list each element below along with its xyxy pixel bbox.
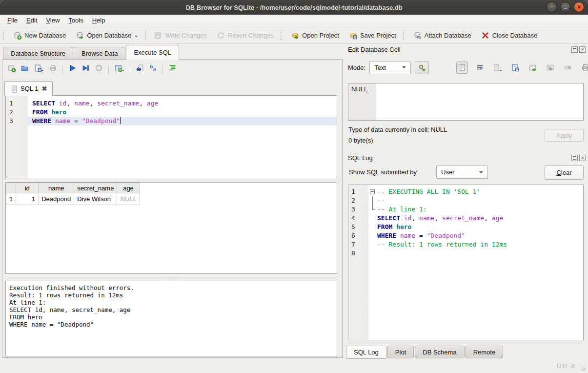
open-in-external-button[interactable] [527, 62, 538, 74]
replace-text-button[interactable]: ba [149, 64, 157, 76]
sql-log-dock-header: SQL Log ✕ [348, 154, 586, 162]
close-dock-icon[interactable]: ✕ [579, 155, 586, 161]
auto-switch-mode-button[interactable] [415, 61, 429, 74]
export-results-button[interactable] [114, 64, 124, 76]
menu-item-file[interactable]: File [3, 15, 22, 25]
printer-icon [581, 63, 588, 72]
log-line: 4SELECT id, name, secret_name, age [348, 214, 583, 223]
toolbar-separator [145, 30, 146, 41]
save-project-button[interactable]: Save Project [344, 29, 401, 41]
tab-browse-data[interactable]: Browse Data [74, 47, 125, 60]
table-cell[interactable]: NULL [117, 193, 140, 205]
toolbar-separator [108, 65, 109, 75]
tab-database-structure[interactable]: Database Structure [3, 47, 73, 60]
attach-database-button[interactable]: Attach Database [408, 29, 476, 41]
column-header-age[interactable]: age [117, 183, 140, 193]
maximize-button[interactable]: □ [560, 2, 570, 12]
text-cursor [120, 117, 121, 124]
new-sql-tab-button[interactable] [7, 64, 16, 76]
print-cell-button[interactable] [579, 62, 588, 74]
splitter-handle[interactable]: ······ [2, 275, 342, 280]
edit-cell-title: Edit Database Cell [348, 46, 401, 53]
execute-all-button[interactable] [68, 64, 77, 76]
sql-tab-close-icon[interactable]: ✖ [41, 85, 47, 92]
stop-execution-button[interactable] [95, 64, 103, 76]
open-sql-file-button[interactable] [20, 64, 29, 76]
sql-editor[interactable]: 1SELECT id, name, secret_name, age2FROM … [5, 95, 337, 179]
menu-item-tools[interactable]: Tools [64, 15, 87, 25]
menu-item-edit[interactable]: Edit [22, 15, 41, 25]
database-link-icon [413, 31, 422, 40]
find-pages-icon [136, 64, 144, 72]
menu-item-view[interactable]: View [41, 15, 64, 25]
sql-file-icon [10, 85, 17, 92]
close-button[interactable]: ✕ [574, 2, 584, 12]
toolbar-label: Attach Database [425, 32, 471, 39]
fold-margin [368, 196, 376, 205]
open-database-button[interactable]: Open Database [71, 29, 142, 41]
row-number[interactable]: 1 [6, 193, 16, 205]
cell-type-info: Type of data currently in cell: NULL [348, 126, 447, 133]
minimize-button[interactable]: − [547, 2, 557, 12]
close-x-icon [481, 31, 489, 40]
dock-tab-remote[interactable]: Remote [466, 346, 504, 358]
save-sql-file-button[interactable] [34, 64, 44, 76]
table-cell[interactable]: Dive Wilson [74, 193, 117, 205]
dock-tab-sql-log[interactable]: SQL Log [346, 346, 386, 359]
dock-tab-plot[interactable]: Plot [387, 346, 414, 358]
mode-select[interactable]: Text [369, 61, 411, 74]
sql-tab[interactable]: SQL 1 ✖ [4, 81, 53, 96]
main-toolbar: New DatabaseOpen DatabaseWrite ChangesRe… [0, 27, 588, 44]
tab-execute-sql[interactable]: Execute SQL [126, 45, 179, 60]
clear-log-button[interactable]: Clear [545, 166, 584, 180]
line-number: 1 [6, 99, 20, 108]
chevron-down-icon [135, 36, 138, 39]
cell-value-editor[interactable]: NULL [348, 83, 584, 121]
status-bar: UTF-8 [0, 359, 588, 373]
find-button[interactable] [136, 64, 144, 76]
new-database-button[interactable]: New Database [8, 29, 71, 41]
dock-tab-db-schema[interactable]: DB Schema [415, 346, 464, 358]
line-number: 8 [348, 249, 362, 258]
title-bar[interactable]: DB Browser for SQLite - /home/user/code/… [0, 0, 588, 15]
column-header-secret_name[interactable]: secret_name [74, 183, 117, 193]
close-dock-icon[interactable]: ✕ [579, 46, 586, 53]
set-null-button[interactable] [562, 62, 573, 74]
revert-changes-button[interactable]: Revert Changes [212, 29, 279, 41]
app-window: DB Browser for SQLite - /home/user/code/… [0, 0, 588, 373]
editor-line: 2FROM hero [6, 108, 337, 117]
log-filter-select[interactable]: User [436, 166, 488, 179]
window-title: DB Browser for SQLite - /home/user/code/… [185, 4, 402, 11]
fold-collapse-icon[interactable] [368, 187, 376, 196]
printer-icon [49, 64, 57, 72]
column-header-name[interactable]: name [39, 183, 74, 193]
import-data-button[interactable] [491, 62, 503, 74]
word-wrap-button[interactable] [474, 62, 486, 74]
link-cell-button[interactable] [544, 62, 556, 74]
window-garrow-icon [528, 63, 537, 72]
format-sql-button[interactable] [168, 64, 177, 76]
corner-header[interactable] [6, 183, 16, 193]
open-project-button[interactable]: Open Project [286, 29, 344, 41]
execute-current-line-button[interactable] [81, 64, 90, 76]
line-number: 3 [6, 117, 20, 125]
write-changes-button[interactable]: Write Changes [149, 29, 212, 41]
float-dock-icon[interactable] [571, 46, 578, 53]
apply-button[interactable]: Apply [545, 129, 584, 142]
toolbar-label: Open Database [87, 32, 131, 39]
cell-mode-row: Mode: Text [348, 61, 429, 74]
sql-log-view[interactable]: 1-- EXECUTING ALL IN 'SQL 1'2--3-- At li… [348, 185, 584, 340]
toolbar-grip [3, 30, 5, 40]
resize-grip[interactable] [581, 366, 586, 371]
export-data-button[interactable] [509, 62, 521, 74]
column-header-id[interactable]: id [16, 183, 39, 193]
close-database-button[interactable]: Close Database [476, 29, 543, 41]
table-cell[interactable]: 1 [16, 193, 39, 205]
print-button[interactable] [49, 64, 57, 76]
cell-editor-toolbar [456, 62, 588, 74]
table-cell[interactable]: Deadpond [39, 193, 74, 205]
text-mode-button[interactable] [456, 62, 468, 74]
menu-item-help[interactable]: Help [88, 15, 110, 25]
export-save-icon [511, 63, 519, 72]
float-dock-icon[interactable] [571, 155, 578, 161]
